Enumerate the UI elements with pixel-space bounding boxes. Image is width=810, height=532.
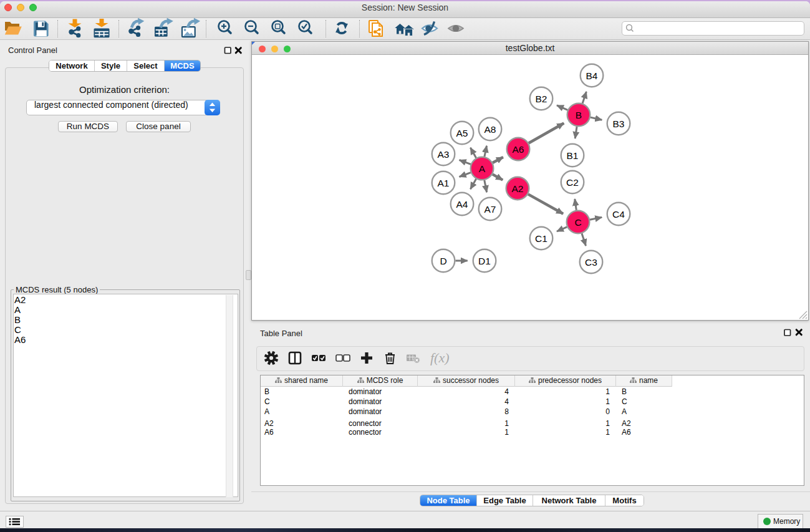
svg-text:B: B: [576, 109, 582, 120]
svg-text:C: C: [574, 216, 581, 227]
svg-text:D: D: [440, 255, 446, 266]
svg-text:C1: C1: [535, 233, 547, 243]
svg-text:A: A: [479, 163, 486, 173]
svg-text:A4: A4: [456, 198, 468, 209]
svg-text:D1: D1: [478, 255, 491, 266]
svg-text:B3: B3: [613, 118, 625, 128]
svg-text:B1: B1: [567, 150, 579, 160]
svg-text:B4: B4: [586, 70, 598, 80]
svg-text:C4: C4: [612, 208, 625, 219]
svg-text:A6: A6: [513, 143, 524, 154]
svg-text:A8: A8: [485, 123, 496, 134]
svg-text:A3: A3: [438, 148, 450, 159]
svg-text:C2: C2: [566, 177, 579, 187]
svg-text:A2: A2: [512, 183, 524, 193]
svg-text:C3: C3: [585, 256, 597, 267]
svg-text:A5: A5: [456, 127, 468, 138]
svg-text:A1: A1: [438, 177, 450, 188]
svg-text:A7: A7: [485, 203, 496, 214]
svg-text:f(x): f(x): [430, 350, 450, 365]
svg-text:B2: B2: [536, 93, 547, 104]
